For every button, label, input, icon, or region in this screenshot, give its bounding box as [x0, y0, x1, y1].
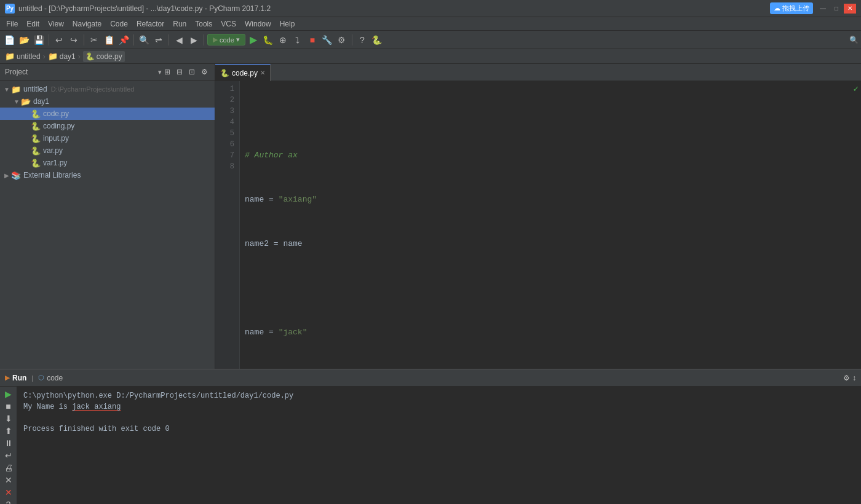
tree-label-codepy: code.py — [43, 109, 69, 118]
code-editor[interactable]: 1 2 3 4 5 6 7 8 ✓ # Author ax — [215, 81, 861, 369]
menu-vcs[interactable]: VCS — [217, 18, 240, 30]
line-num-4: 4 — [218, 117, 234, 128]
menu-code[interactable]: Code — [106, 18, 132, 30]
code-line-5: name = "jack" — [245, 327, 856, 338]
tree-arrow-untitled: ▼ — [2, 86, 11, 93]
maximize-button[interactable]: □ — [830, 4, 843, 14]
cover-button[interactable]: ⊕ — [276, 33, 290, 47]
run-tab-run[interactable]: ▶ Run — [5, 374, 26, 382]
run-config-button[interactable]: ▶ code ▾ — [207, 34, 245, 45]
search-everywhere-button[interactable]: 🔍 — [849, 36, 859, 44]
run-output-blank — [23, 412, 855, 423]
code-var-name-jack: name — [245, 327, 264, 338]
close-run-button[interactable]: ✕ — [2, 475, 15, 485]
tab-py-icon: 🐍 — [220, 69, 229, 77]
breadcrumb-codepy-label: code.py — [97, 52, 122, 61]
minimize-button[interactable]: — — [817, 4, 829, 14]
code-comment: # Author ax — [245, 150, 298, 161]
line-num-1: 1 — [218, 84, 234, 95]
stop-run-button[interactable]: ■ — [2, 401, 15, 411]
breadcrumb-sep-1: › — [43, 52, 46, 61]
line-num-6: 6 — [218, 139, 234, 150]
paste-button[interactable]: 📌 — [117, 33, 130, 47]
run-panel-header: ▶ Run | ⬡ code ⚙ ↕ — [0, 369, 861, 387]
window-controls: — □ ✕ — [817, 4, 856, 14]
tree-item-day1[interactable]: ▼ 📂 day1 — [0, 95, 215, 108]
back-button[interactable]: ◀ — [172, 33, 186, 47]
menu-window[interactable]: Window — [241, 18, 275, 30]
folder-icon-untitled: 📁 — [11, 84, 21, 94]
tree-item-external-libs[interactable]: ▶ 📚 External Libraries — [0, 169, 215, 181]
menu-file[interactable]: File — [2, 18, 22, 30]
menu-edit[interactable]: Edit — [23, 18, 43, 30]
cut-button[interactable]: ✂ — [87, 33, 101, 47]
tree-item-untitled[interactable]: ▼ 📁 untitled D:\PycharmProjects\untitled — [0, 83, 215, 95]
sidebar-tool-expand[interactable]: ⊟ — [174, 66, 185, 77]
code-eq2: = — [264, 327, 278, 338]
libs-icon: 📚 — [11, 170, 21, 180]
cloud-icon: ☁ — [774, 4, 780, 12]
line-num-8: 8 — [218, 161, 234, 172]
line-num-5: 5 — [218, 128, 234, 139]
sidebar-tool-scroll[interactable]: ⊡ — [186, 66, 197, 77]
breadcrumb-untitled[interactable]: 📁 untitled — [5, 52, 41, 61]
run-panel-expand[interactable]: ↕ — [852, 374, 856, 382]
menu-view[interactable]: View — [44, 18, 68, 30]
main-layout: Project ▾ ⊞ ⊟ ⊡ ⚙ ▼ 📁 untitled D:\Pychar… — [0, 64, 861, 504]
soft-wrap-button[interactable]: ↵ — [2, 451, 15, 460]
run-content: ▶ ■ ⬇ ⬆ ⏸ ↵ 🖨 ✕ ✕ ? C:\python\python.exe… — [0, 387, 861, 504]
run-config-name[interactable]: ⬡ code — [38, 374, 63, 382]
py-icon-codepy: 🐍 — [31, 109, 41, 119]
help-button[interactable]: ? — [355, 33, 369, 47]
close-button[interactable]: ✕ — [844, 4, 856, 14]
undo-button[interactable]: ↩ — [52, 33, 66, 47]
sidebar-tool-collapse[interactable]: ⊞ — [162, 66, 173, 77]
cloud-upload-button[interactable]: ☁ 拖拽上传 — [770, 2, 813, 14]
tab-close-codepy[interactable]: ✕ — [260, 69, 265, 76]
pause-button[interactable]: ⏸ — [2, 438, 15, 448]
run-again-button[interactable]: ▶ — [2, 389, 15, 399]
menu-navigate[interactable]: Navigate — [69, 18, 105, 30]
save-all-button[interactable]: 💾 — [32, 33, 46, 47]
stop-button[interactable]: ■ — [306, 33, 319, 47]
menu-run[interactable]: Run — [169, 18, 190, 30]
file-tree: ▼ 📁 untitled D:\PycharmProjects\untitled… — [0, 81, 215, 369]
editor-tab-codepy[interactable]: 🐍 code.py ✕ — [215, 64, 271, 81]
remove-run-button[interactable]: ✕ — [2, 487, 15, 497]
tree-item-inputpy[interactable]: ▶ 🐍 input.py — [0, 132, 215, 144]
tree-item-varpy[interactable]: ▶ 🐍 var.py — [0, 144, 215, 157]
code-line-3: name2 = name — [245, 238, 856, 250]
scroll-end-button[interactable]: ⬇ — [2, 414, 15, 423]
help-run-button[interactable]: ? — [2, 500, 15, 504]
menu-tools[interactable]: Tools — [191, 18, 216, 30]
run-panel-settings[interactable]: ⚙ — [843, 374, 850, 382]
tree-arrow-day1: ▼ — [12, 98, 21, 105]
breadcrumb-codepy[interactable]: 🐍 code.py — [83, 51, 125, 62]
sidebar-tool-settings[interactable]: ⚙ — [199, 66, 210, 77]
tree-label-varpy: var.py — [43, 146, 63, 155]
open-button[interactable]: 📂 — [17, 33, 31, 47]
run-button[interactable]: ▶ — [247, 33, 260, 47]
debug-button[interactable]: 🐛 — [261, 33, 275, 47]
menu-refactor[interactable]: Refactor — [133, 18, 168, 30]
copy-button[interactable]: 📋 — [102, 33, 116, 47]
replace-button[interactable]: ⇌ — [152, 33, 165, 47]
sdk-button[interactable]: ⚙ — [335, 33, 349, 47]
new-file-button[interactable]: 📄 — [2, 33, 16, 47]
python-console-button[interactable]: 🐍 — [370, 33, 384, 47]
step-over-button[interactable]: ⤵ — [291, 33, 304, 47]
menu-help[interactable]: Help — [276, 18, 299, 30]
code-content[interactable]: ✓ # Author ax name = "axiang" name2 = na… — [240, 81, 861, 369]
run-header-tools: ⚙ ↕ — [843, 374, 856, 382]
scroll-up-button[interactable]: ⬆ — [2, 426, 15, 436]
breadcrumb-day1[interactable]: 📁 day1 — [48, 52, 76, 61]
tree-item-var1py[interactable]: ▶ 🐍 var1.py — [0, 157, 215, 169]
run-output-underlined: jack axiang — [72, 403, 121, 411]
find-button[interactable]: 🔍 — [137, 33, 151, 47]
print-button[interactable]: 🖨 — [2, 463, 15, 473]
inspect-button[interactable]: 🔧 — [320, 33, 334, 47]
forward-button[interactable]: ▶ — [187, 33, 200, 47]
tree-item-codingpy[interactable]: ▶ 🐍 coding.py — [0, 120, 215, 132]
redo-button[interactable]: ↪ — [67, 33, 81, 47]
tree-item-codepy[interactable]: ▶ 🐍 code.py — [0, 108, 215, 120]
